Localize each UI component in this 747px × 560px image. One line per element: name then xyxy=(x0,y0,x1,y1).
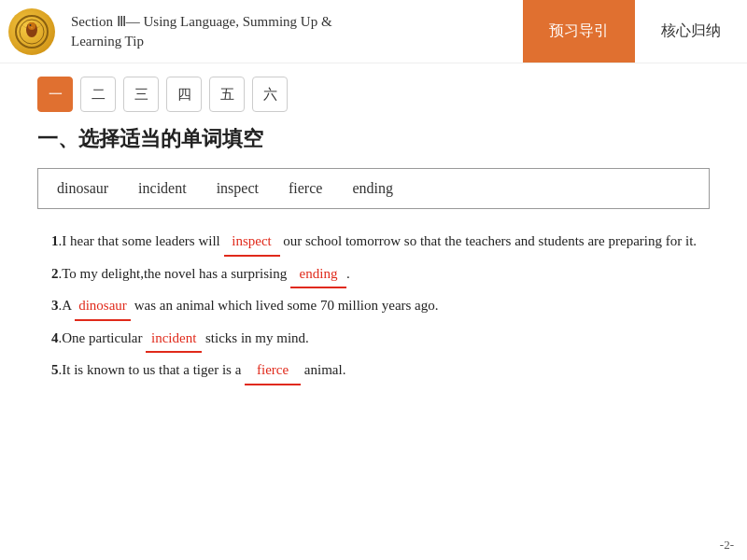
tab-3[interactable]: 三 xyxy=(123,77,159,112)
main-content: 一、选择适当的单词填空 dinosaur incident inspect fi… xyxy=(0,125,747,385)
word-dinosaur: dinosaur xyxy=(57,180,108,197)
tab-1[interactable]: 一 xyxy=(37,77,73,112)
tab-6[interactable]: 六 xyxy=(252,77,288,112)
tab-bar: 一 二 三 四 五 六 xyxy=(0,63,747,125)
tab-preview[interactable]: 预习导引 xyxy=(523,0,635,63)
svg-point-6 xyxy=(30,24,32,26)
tab-4[interactable]: 四 xyxy=(166,77,202,112)
tab-5[interactable]: 五 xyxy=(209,77,245,112)
section-heading: 一、选择适当的单词填空 xyxy=(37,125,710,153)
word-fierce: fierce xyxy=(289,180,322,197)
title-line1: Section Ⅲ— Using Language, Summing Up & xyxy=(71,12,332,32)
logo xyxy=(0,0,63,63)
answer-3: dinosaur xyxy=(75,292,131,321)
title-line2: Learning Tip xyxy=(71,32,332,51)
word-box: dinosaur incident inspect fierce ending xyxy=(37,168,710,209)
section-title-header: Section Ⅲ— Using Language, Summing Up & … xyxy=(63,0,523,63)
answer-1: inspect xyxy=(224,228,280,257)
num-2: 2 xyxy=(51,266,59,281)
word-incident: incident xyxy=(138,180,187,197)
tab-core[interactable]: 核心归纳 xyxy=(635,0,747,63)
answer-4: incident xyxy=(146,325,202,354)
num-3: 3 xyxy=(51,298,59,313)
sentences-section: 1.I hear that some leaders will inspect … xyxy=(37,228,710,385)
header-tabs: 预习导引 核心归纳 xyxy=(523,0,747,63)
sentence-5: 5.It is known to us that a tiger is a fi… xyxy=(37,357,710,385)
answer-2: ending xyxy=(290,260,346,289)
sentence-2: 2.To my delight,the novel has a surprisi… xyxy=(37,260,710,289)
logo-image xyxy=(8,8,55,55)
sentence-3: 3.A dinosaur was an animal which lived s… xyxy=(37,292,710,321)
num-1: 1 xyxy=(51,233,59,248)
answer-5: fierce xyxy=(245,357,301,385)
page-number: -2- xyxy=(720,538,734,553)
sentence-1: 1.I hear that some leaders will inspect … xyxy=(37,228,710,257)
num-4: 4 xyxy=(51,330,59,345)
header: Section Ⅲ— Using Language, Summing Up & … xyxy=(0,0,747,63)
sentence-4: 4.One particular incident sticks in my m… xyxy=(37,325,710,354)
word-ending: ending xyxy=(352,180,393,197)
word-inspect: inspect xyxy=(217,180,259,197)
tab-2[interactable]: 二 xyxy=(80,77,116,112)
num-5: 5 xyxy=(51,362,59,377)
